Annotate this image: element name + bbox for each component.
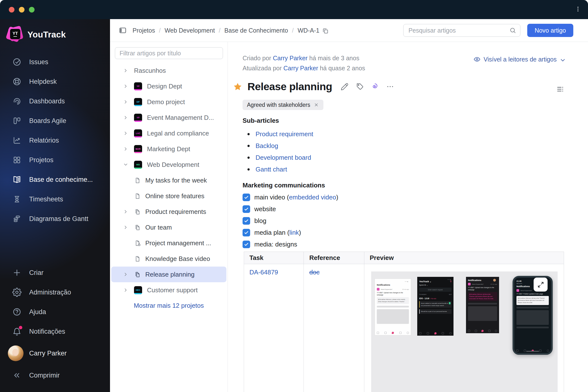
search-input[interactable]: [408, 27, 509, 34]
tree-item[interactable]: My tasks for the week: [111, 172, 226, 188]
checkbox-checked[interactable]: [242, 240, 250, 248]
chevron-right-icon[interactable]: [123, 146, 128, 152]
youtrack-logo[interactable]: YT YouTrack: [7, 26, 110, 43]
browser-menu-icon[interactable]: [575, 6, 581, 13]
breadcrumb-item[interactable]: Projetos: [132, 27, 155, 34]
sidebar-item-kb[interactable]: Base de conhecime...: [0, 170, 110, 190]
tree-item[interactable]: HECCustomer support: [111, 282, 226, 298]
sidebar-item-profile[interactable]: Carry Parker: [0, 346, 110, 361]
article-id-copy-icon[interactable]: [322, 28, 329, 34]
chevron-right-icon[interactable]: [123, 272, 128, 277]
tree-item[interactable]: YPEvent Management D...: [111, 110, 226, 126]
minimize-window-button[interactable]: [19, 7, 24, 12]
sidebar-item-help[interactable]: Ajuda: [0, 302, 110, 322]
chevron-right-icon[interactable]: [123, 178, 128, 183]
sub-article-link[interactable]: Product requirement: [256, 130, 313, 138]
article-content: Criado por Carry Parker há mais de 3 ano…: [228, 42, 588, 392]
remove-tag-icon[interactable]: [314, 102, 319, 108]
article-tree-panel: RascunhosYPDesign DeptDPDemo projectYPEv…: [110, 42, 228, 392]
panel-toggle-icon[interactable]: [118, 26, 127, 34]
reference-link[interactable]: doc: [309, 268, 320, 276]
chevron-right-icon[interactable]: [123, 99, 128, 105]
tree-item[interactable]: Knowledge Base video: [111, 251, 226, 266]
chevron-right-icon[interactable]: [123, 209, 128, 214]
tree-item[interactable]: Release planning: [111, 266, 226, 282]
tree-item[interactable]: Online store features: [111, 188, 226, 204]
created-author-link[interactable]: Carry Parker: [273, 55, 308, 62]
updated-author-link[interactable]: Carry Parker: [284, 65, 318, 72]
page-lock-icon: [134, 240, 141, 247]
new-article-button[interactable]: Novo artigo: [527, 24, 573, 37]
sidebar-item-dashboards[interactable]: Dashboards: [0, 92, 110, 111]
close-window-button[interactable]: [9, 7, 14, 12]
filter-articles-input[interactable]: [120, 50, 218, 57]
favorite-star-icon[interactable]: [233, 82, 242, 92]
sidebar-item-helpdesk[interactable]: Helpdesk: [0, 72, 110, 92]
tag-chip[interactable]: Agreed with stakeholders: [242, 100, 324, 110]
chevron-right-icon[interactable]: [123, 193, 128, 199]
tree-item[interactable]: Our team: [111, 220, 226, 235]
sidebar-item-bell[interactable]: Notificações: [0, 322, 110, 341]
sidebar-collapse-button[interactable]: Comprimir: [0, 368, 110, 383]
inline-link[interactable]: embedded video: [289, 194, 336, 201]
tree-item[interactable]: Rascunhos: [111, 63, 226, 78]
chevron-right-icon[interactable]: [123, 240, 128, 246]
tree-item[interactable]: LACLegal and compliance: [111, 126, 226, 141]
edit-article-icon[interactable]: [340, 82, 349, 91]
tree-item[interactable]: YPDesign Dept: [111, 78, 226, 94]
chevron-right-icon[interactable]: [123, 68, 128, 74]
sidebar-item-gantt[interactable]: Diagramas de Gantt: [0, 209, 110, 228]
breadcrumb-item[interactable]: Base de Conhecimento: [224, 27, 288, 34]
tree-item[interactable]: Product requirements: [111, 204, 226, 220]
task-link[interactable]: DA-64879: [250, 268, 278, 276]
chevron-right-icon[interactable]: [123, 130, 128, 136]
checklist-item: blog: [242, 215, 338, 226]
visibility-selector[interactable]: Visível a leitores de artigos: [473, 56, 564, 63]
checkbox-checked[interactable]: [242, 217, 250, 225]
breadcrumb-item[interactable]: Web Development: [165, 27, 215, 34]
sidebar-item-gear[interactable]: Administração: [0, 282, 110, 302]
gantt-icon: [12, 214, 22, 224]
sidebar-item-plus[interactable]: Criar: [0, 263, 110, 282]
sidebar-item-timesheets[interactable]: Timesheets: [0, 190, 110, 209]
eye-icon: [473, 56, 481, 63]
chevron-right-icon[interactable]: [123, 115, 128, 120]
sidebar-item-boards[interactable]: Boards Agile: [0, 111, 110, 130]
show-more-projects-link[interactable]: Mostrar mais 12 projetos: [110, 302, 228, 310]
table-of-contents-icon[interactable]: [556, 85, 564, 93]
tree-item[interactable]: WDWeb Development: [111, 157, 226, 172]
page-icon: [134, 255, 141, 262]
add-tag-icon[interactable]: [356, 82, 364, 91]
chevron-down-icon[interactable]: [123, 162, 128, 168]
checklist-item: media plan (link): [242, 226, 338, 238]
sub-article-item: Gantt chart: [242, 164, 313, 175]
chevron-right-icon[interactable]: [123, 224, 128, 230]
sub-article-link[interactable]: Backlog: [256, 142, 278, 150]
chevron-right-icon[interactable]: [123, 287, 128, 293]
ai-assistant-icon[interactable]: [371, 82, 379, 91]
sub-article-item: Product requirement: [242, 128, 313, 140]
inline-link[interactable]: link: [289, 229, 299, 236]
chevron-right-icon[interactable]: [123, 256, 128, 262]
tree-item[interactable]: MARMarketing Dept: [111, 141, 226, 157]
tree-item[interactable]: Project management ...: [111, 235, 226, 251]
sidebar-item-projects[interactable]: Projetos: [0, 150, 110, 170]
pages-icon: [134, 271, 141, 278]
sub-article-link[interactable]: Development board: [256, 154, 311, 162]
dashboards-icon: [12, 96, 22, 106]
breadcrumb-item[interactable]: WD-A-1: [298, 27, 320, 34]
sub-article-link[interactable]: Gantt chart: [256, 166, 287, 173]
expand-image-button[interactable]: [534, 278, 548, 292]
zoom-window-button[interactable]: [29, 7, 34, 12]
tree-item[interactable]: DPDemo project: [111, 94, 226, 110]
more-actions-icon[interactable]: [386, 82, 394, 91]
checkbox-checked[interactable]: [242, 205, 250, 213]
reports-icon: [12, 136, 22, 145]
checkbox-checked[interactable]: [242, 229, 250, 236]
project-avatar: MAR: [134, 145, 142, 153]
checkbox-checked[interactable]: [242, 194, 250, 201]
chevron-right-icon[interactable]: [123, 83, 128, 89]
sidebar-item-reports[interactable]: Relatórios: [0, 130, 110, 150]
preview-image[interactable]: ▪▪▲NotificationsHana Koppendorf10 min ag…: [371, 272, 558, 392]
sidebar-item-issues[interactable]: Issues: [0, 52, 110, 72]
